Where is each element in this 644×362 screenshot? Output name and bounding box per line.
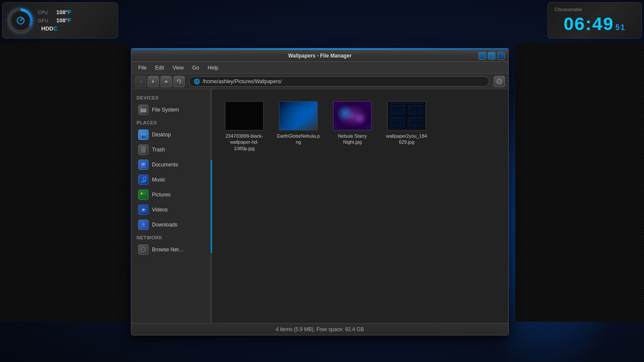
svg-rect-37 [141,226,146,227]
chronometer-display: 06:4951 [564,14,626,34]
statusbar: 4 items (5.9 MB), Free space: 92.4 GB [131,323,508,335]
sidebar-item-music[interactable]: Music [133,172,209,187]
music-label: Music [152,177,165,183]
desktop-label: Desktop [152,132,171,138]
svg-rect-51 [409,106,422,114]
file-name: wallpaper2you_184629.jpg [385,133,428,145]
svg-rect-13 [140,132,146,136]
file-manager-window: Wallpapers - File Manager File Edit View… [131,48,509,335]
network-button[interactable] [494,76,505,87]
svg-rect-17 [141,147,146,148]
address-bar-text: /home/ashley/Pictures/Wallpapers/ [203,78,282,84]
file-thumbnail [225,101,264,130]
sidebar-item-filesystem[interactable]: File System [133,103,209,117]
menu-view[interactable]: View [169,63,187,72]
svg-rect-15 [141,137,146,138]
address-globe-icon: 🌐 [194,78,200,84]
svg-rect-52 [392,118,404,126]
up-button[interactable] [161,76,172,87]
documents-label: Documents [152,162,178,168]
filesystem-label: File System [152,107,179,113]
downloads-icon [138,220,149,230]
titlebar-buttons [478,52,505,60]
svg-rect-22 [141,162,146,168]
cpu-label: CPU [38,10,53,15]
files-grid: 234703899-black-wallpaper-hd-1080p.jpg E… [219,96,501,157]
minimize-button[interactable] [478,52,486,60]
menu-go[interactable]: Go [189,63,203,72]
cpu-widget: CPU 108°F GPU 108°F HDDC [2,2,118,39]
trash-icon [138,145,149,155]
close-button[interactable] [497,52,505,60]
svg-marker-4 [164,80,168,82]
file-item[interactable]: 234703899-black-wallpaper-hd-1080p.jpg [221,98,268,155]
toolbar: 🌐 /home/ashley/Pictures/Wallpapers/ [131,74,508,89]
videos-icon [138,205,149,215]
file-name: 234703899-black-wallpaper-hd-1080p.jpg [223,133,266,151]
videos-label: Videos [152,207,167,213]
maximize-button[interactable] [488,52,495,60]
svg-marker-5 [177,81,179,82]
sidebar-item-trash[interactable]: Trash [133,142,209,157]
titlebar: Wallpapers - File Manager [131,50,508,62]
svg-rect-49 [389,103,424,128]
file-item[interactable]: wallpaper2you_184629.jpg [383,98,430,155]
sidebar-item-desktop[interactable]: Desktop [133,127,209,142]
cpu-stats: CPU 108°F GPU 108°F HDDC [38,9,71,32]
window-title: Wallpapers - File Manager [288,53,352,59]
browse-network-label: Browse Net… [152,247,184,253]
status-text: 4 items (5.9 MB), Free space: 92.4 GB [276,326,364,332]
svg-rect-14 [142,136,145,137]
downloads-label: Downloads [152,222,177,228]
network-section-label: NETWORK [131,232,210,242]
cpu-gauge-icon [16,16,25,25]
back-button[interactable] [135,76,146,87]
file-item[interactable]: Nebula Starry Night.jpg [329,98,376,155]
svg-marker-40 [142,224,145,226]
svg-point-34 [141,193,143,194]
carbon-panel-left [0,43,129,322]
svg-line-1 [21,18,22,21]
sidebar-item-documents[interactable]: Documents [133,157,209,172]
svg-point-46 [286,106,310,125]
address-bar[interactable]: 🌐 /home/ashley/Pictures/Wallpapers/ [189,76,489,87]
svg-rect-53 [409,118,422,126]
menubar: File Edit View Go Help [131,62,508,74]
file-thumbnail [279,101,318,130]
file-browser-area[interactable]: 234703899-black-wallpaper-hd-1080p.jpg E… [212,89,508,323]
music-icon [138,175,149,185]
menu-edit[interactable]: Edit [152,63,167,72]
sidebar-item-pictures[interactable]: Pictures [133,187,209,202]
filesystem-icon [138,105,149,115]
desktop-icon [138,130,149,140]
gpu-label: GPU [38,18,53,23]
file-item[interactable]: EarthGlobeNebula.png [275,98,322,155]
sidebar-item-downloads[interactable]: Downloads [133,217,209,232]
sidebar-item-videos[interactable]: Videos [133,202,209,217]
cpu-temp-value: 108°F [56,9,71,15]
places-section-label: PLACES [131,118,210,127]
pictures-icon [138,190,149,200]
chrono-seconds: 51 [615,23,626,32]
svg-rect-50 [392,106,404,114]
gpu-temp-value: 108°F [56,17,71,24]
sidebar-item-browse-network[interactable]: Browse Net… [133,242,209,257]
menu-file[interactable]: File [135,63,150,72]
chrono-time-main: 06:49 [564,14,614,34]
menu-help[interactable]: Help [204,63,222,72]
file-name: EarthGlobeNebula.png [277,133,320,145]
svg-rect-18 [142,146,145,147]
pictures-label: Pictures [152,192,170,198]
network-icon [138,244,149,255]
forward-button[interactable] [148,76,159,87]
svg-marker-3 [152,80,154,83]
svg-marker-2 [140,80,141,83]
documents-icon [138,160,149,170]
reload-button[interactable] [173,76,185,87]
svg-line-29 [143,177,146,178]
main-area: DEVICES File System PLACES Desktop Trash [131,89,508,323]
devices-section-label: DEVICES [131,93,210,102]
chronometer-label: Chronometer [551,7,582,12]
file-thumbnail [387,101,426,130]
hdd-value: HDDC [41,25,58,32]
